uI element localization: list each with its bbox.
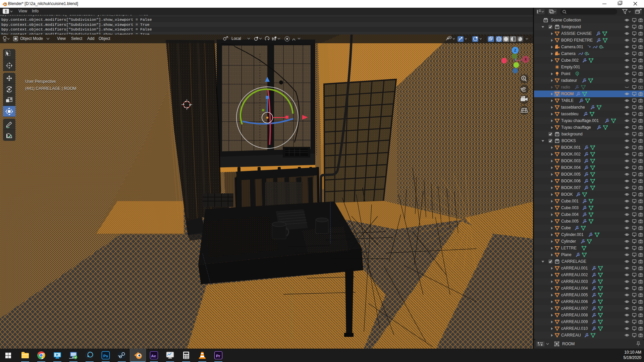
svg-text:Ps: Ps xyxy=(103,354,108,358)
svg-text:Pr: Pr xyxy=(216,354,220,358)
svg-text:Z: Z xyxy=(514,49,516,52)
svg-text:Ae: Ae xyxy=(151,354,156,358)
svg-text:X: X xyxy=(525,58,527,61)
